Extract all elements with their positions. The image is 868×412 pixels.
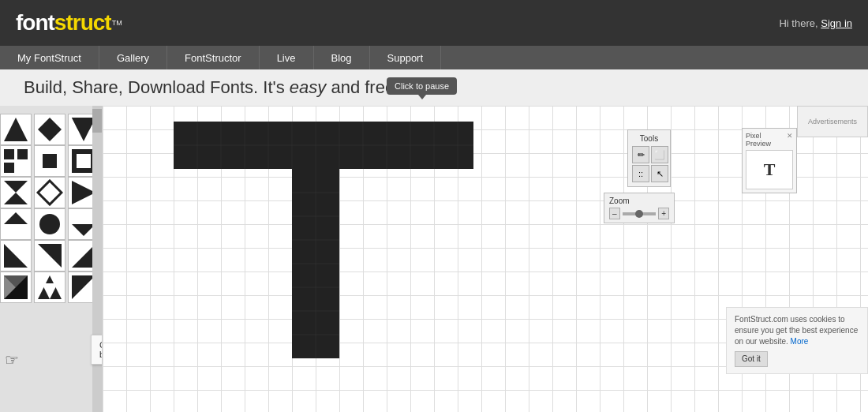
tool-pointer[interactable]: ↖ [651, 165, 668, 182]
svg-marker-1 [38, 118, 62, 141]
advertisements-label: Advertisements [808, 118, 857, 125]
t-letter-drawing [174, 122, 584, 390]
svg-rect-8 [43, 154, 57, 168]
nav-item-live[interactable]: Live [260, 46, 314, 69]
svg-rect-6 [17, 149, 28, 159]
editor-area[interactable]: Advertisements Tools ✏ ⬜ :: ↖ Pixel Prev… [103, 106, 868, 412]
brick-cell[interactable] [0, 272, 32, 303]
zoom-title: Zoom [609, 197, 669, 205]
pixel-preview-letter: T [764, 159, 776, 180]
header-right: Hi there, Sign in [779, 17, 852, 29]
logo-tm: TM [112, 19, 122, 27]
logo-white-text: font [16, 10, 54, 35]
pixel-preview-title-text: Pixel Preview [746, 132, 787, 148]
brick-cell[interactable] [0, 177, 32, 208]
brick-cell[interactable] [0, 208, 32, 240]
zoom-slider[interactable] [623, 212, 657, 215]
pixel-preview-panel: Pixel Preview ✕ T [742, 128, 797, 193]
pixel-preview-header: Pixel Preview ✕ [746, 132, 793, 148]
nav-item-blog[interactable]: Blog [314, 46, 370, 69]
cookie-more-link[interactable]: More [791, 337, 809, 346]
nav-item-gallery[interactable]: Gallery [99, 46, 167, 69]
tools-grid: ✏ ⬜ :: ↖ [632, 146, 666, 182]
zoom-minus-button[interactable]: – [609, 208, 620, 219]
brick-cell[interactable] [34, 240, 65, 272]
tagline-bar: Build, Share, Download Fonts. It's easy … [0, 69, 868, 106]
navigation: My FontStruct Gallery FontStructor Live … [0, 46, 868, 69]
tool-grid[interactable]: :: [632, 165, 649, 182]
svg-marker-0 [4, 118, 28, 141]
svg-rect-5 [4, 149, 14, 159]
cookie-notice: FontStruct.com uses cookies to ensure yo… [726, 307, 868, 374]
left-scrollbar[interactable] [92, 106, 102, 412]
scrollbar-thumb [92, 109, 102, 133]
svg-marker-12 [4, 193, 28, 204]
advertisements-panel: Advertisements [797, 106, 868, 137]
logo-yellow-text: struct [54, 10, 111, 35]
tools-panel: Tools ✏ ⬜ :: ↖ [627, 129, 671, 187]
greeting-text: Hi there, [779, 17, 817, 29]
pixel-preview-content: T [746, 150, 793, 189]
nav-item-support[interactable]: Support [370, 46, 442, 69]
brick-cell[interactable] [34, 272, 65, 303]
tools-title: Tools [632, 134, 666, 143]
brick-cell[interactable] [34, 208, 65, 240]
tagline-text: Build, Share, Download Fonts. It's easy … [24, 77, 399, 98]
zoom-slider-thumb [635, 210, 643, 218]
nav-item-fontstructor[interactable]: FontStructor [167, 46, 260, 69]
svg-marker-13 [38, 181, 62, 204]
tool-eraser[interactable]: ⬜ [651, 146, 668, 163]
pause-tooltip[interactable]: Click to pause [387, 77, 457, 95]
sign-in-link[interactable]: Sign in [821, 17, 852, 29]
svg-rect-10 [77, 154, 91, 168]
brick-cell[interactable] [34, 114, 65, 145]
header: fontstruct TM Hi there, Sign in [0, 0, 868, 46]
main-area: ☞ Choose a brick to build with [0, 106, 868, 412]
svg-point-16 [39, 214, 60, 234]
svg-rect-7 [4, 163, 14, 173]
svg-marker-19 [38, 244, 62, 268]
zoom-controls: – + [609, 208, 669, 219]
brick-cell[interactable] [34, 177, 65, 208]
brick-cell[interactable] [34, 145, 65, 177]
tagline-highlight: easy [290, 77, 331, 97]
zoom-panel: Zoom – + [604, 193, 675, 223]
svg-marker-11 [4, 181, 28, 193]
tagline-main: Build, Share, Download Fonts. It's [24, 77, 285, 97]
brick-cell[interactable] [0, 240, 32, 272]
logo: fontstruct TM [16, 10, 122, 36]
tool-cursor-icon: ☞ [5, 350, 19, 369]
svg-marker-15 [4, 212, 28, 224]
pixel-preview-close[interactable]: ✕ [787, 132, 793, 148]
brick-grid [0, 114, 102, 303]
zoom-plus-button[interactable]: + [658, 208, 669, 219]
brick-cell[interactable] [0, 145, 32, 177]
tool-pencil[interactable]: ✏ [632, 146, 649, 163]
nav-item-my-fontstruct[interactable]: My FontStruct [0, 46, 99, 69]
left-brick-panel[interactable]: ☞ Choose a brick to build with [0, 106, 103, 412]
choose-brick-tooltip: Choose a brick to build with [91, 335, 103, 365]
brick-cell[interactable] [0, 114, 32, 145]
cookie-got-it-button[interactable]: Got it [735, 351, 768, 367]
svg-marker-18 [4, 244, 28, 268]
